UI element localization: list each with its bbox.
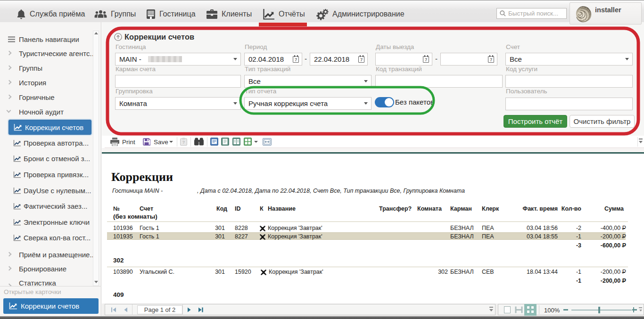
svg-text:?: ?: [182, 140, 185, 145]
